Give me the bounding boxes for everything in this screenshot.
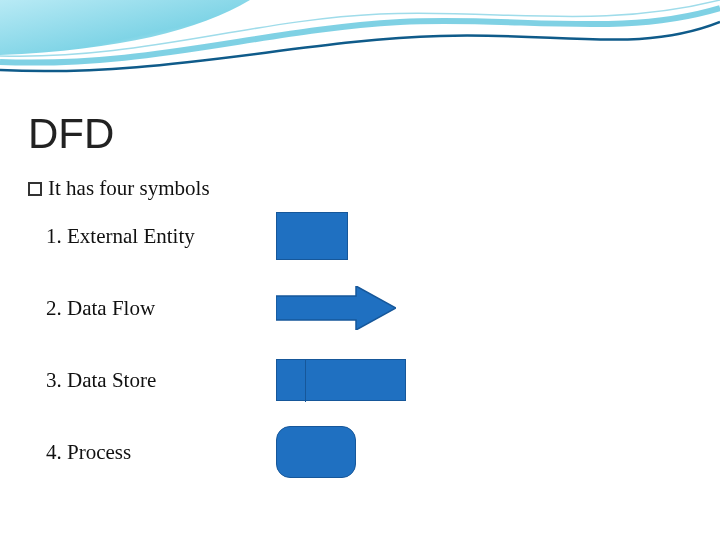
data-flow-arrow-shape [276, 286, 396, 330]
item-label: 3. Data Store [46, 368, 276, 393]
slide-title: DFD [28, 110, 688, 158]
list-item: 2. Data Flow [46, 279, 688, 337]
bullet-line: It has four symbols [28, 176, 688, 201]
data-store-shape [276, 359, 406, 401]
item-label: 2. Data Flow [46, 296, 276, 321]
list-item: 3. Data Store [46, 351, 688, 409]
process-shape [276, 426, 356, 478]
external-entity-shape [276, 212, 348, 260]
header-decorative-wave [0, 0, 720, 100]
square-bullet-icon [28, 182, 42, 196]
svg-marker-0 [276, 286, 396, 330]
slide-content: DFD It has four symbols 1. External Enti… [28, 110, 688, 495]
symbol-list: 1. External Entity 2. Data Flow 3. Data … [46, 207, 688, 481]
item-label: 4. Process [46, 440, 276, 465]
list-item: 1. External Entity [46, 207, 688, 265]
item-label: 1. External Entity [46, 224, 276, 249]
list-item: 4. Process [46, 423, 688, 481]
bullet-text: It has four symbols [48, 176, 210, 201]
